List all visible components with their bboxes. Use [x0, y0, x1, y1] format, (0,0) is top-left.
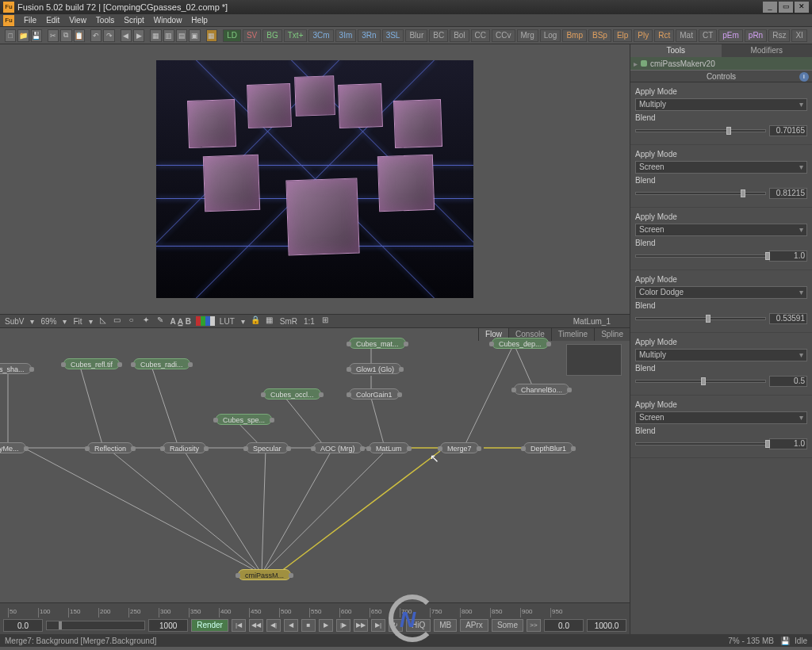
- blend-value[interactable]: 0.5: [769, 376, 807, 387]
- blend-slider[interactable]: [635, 317, 766, 320]
- blend-value[interactable]: 0.53591: [769, 313, 807, 324]
- node-yme[interactable]: yMe...: [0, 442, 26, 453]
- tool-xi[interactable]: XI: [791, 29, 806, 42]
- checker-icon[interactable]: ▦: [264, 315, 275, 327]
- tool-bsp[interactable]: BSp: [588, 29, 611, 42]
- tool-3rn[interactable]: 3Rn: [358, 29, 380, 42]
- menu-view[interactable]: View: [64, 16, 91, 25]
- apply-mode-dropdown[interactable]: Color Dodge▾: [635, 286, 807, 299]
- node-occl-loader[interactable]: Cubes_occl...: [263, 388, 321, 400]
- apply-mode-dropdown[interactable]: Screen▾: [635, 161, 807, 174]
- time-ruler[interactable]: 5010015020025030035040045050055060065070…: [0, 603, 630, 618]
- close-button[interactable]: ✕: [795, 2, 809, 13]
- tool-log[interactable]: Log: [540, 29, 561, 42]
- tool-bc[interactable]: BC: [429, 29, 448, 42]
- range-end2-input[interactable]: [587, 619, 626, 632]
- menu-help[interactable]: Help: [186, 16, 213, 25]
- blend-value[interactable]: 1.0: [769, 438, 807, 449]
- tool-ld[interactable]: LD: [223, 29, 241, 42]
- layout1-button[interactable]: ▦: [150, 29, 161, 42]
- copy-button[interactable]: ⧉: [60, 29, 71, 42]
- paint-icon[interactable]: ✎: [155, 315, 166, 327]
- tab-timeline[interactable]: Timeline: [551, 328, 594, 341]
- tool-txt+[interactable]: Txt+: [284, 29, 308, 42]
- last-frame-button[interactable]: ▶|: [371, 619, 385, 632]
- node-merge7[interactable]: Merge7: [440, 442, 479, 453]
- tool-cc[interactable]: CC: [471, 29, 490, 42]
- inspector-node-header[interactable]: ▸ cmiPassMakerv20: [630, 57, 812, 70]
- node-passmaker[interactable]: cmiPassM...: [238, 569, 291, 580]
- new-button[interactable]: □: [5, 29, 16, 42]
- blend-value[interactable]: 0.81215: [769, 188, 807, 199]
- tool-bmp[interactable]: Bmp: [562, 29, 587, 42]
- next-frame-button[interactable]: |▶: [336, 619, 350, 632]
- play-button[interactable]: ▶: [319, 619, 333, 632]
- stop-button[interactable]: ■: [301, 619, 316, 632]
- ratio-button[interactable]: 1:1: [302, 317, 316, 326]
- tool-3cm[interactable]: 3Cm: [308, 29, 333, 42]
- undo-button[interactable]: ↶: [90, 29, 102, 42]
- apply-mode-dropdown[interactable]: Screen▾: [635, 224, 807, 236]
- tool-sv[interactable]: SV: [243, 29, 261, 42]
- tool-ccv[interactable]: CCv: [492, 29, 515, 42]
- tool-blur[interactable]: Blur: [405, 29, 427, 42]
- node-channelbool[interactable]: ChannelBo...: [514, 384, 569, 395]
- tool-prn[interactable]: pRn: [745, 29, 767, 42]
- menu-window[interactable]: Window: [149, 16, 187, 25]
- wand-icon[interactable]: ✦: [140, 315, 151, 327]
- first-frame-button[interactable]: |◀: [232, 619, 246, 632]
- apply-mode-dropdown[interactable]: Multiply▾: [635, 98, 807, 111]
- layout2-button[interactable]: ▥: [163, 29, 174, 42]
- tool-3sl[interactable]: 3SL: [382, 29, 404, 42]
- time-slider[interactable]: [46, 621, 145, 630]
- prev-key-button[interactable]: ◀◀: [249, 619, 263, 632]
- minimize-button[interactable]: _: [763, 2, 777, 13]
- tool-bol[interactable]: Bol: [450, 29, 469, 42]
- tool-ply[interactable]: Ply: [634, 29, 653, 42]
- tool-elp[interactable]: Elp: [613, 29, 632, 42]
- node-dep-loader[interactable]: Cubes_dep...: [492, 338, 549, 349]
- apply-mode-dropdown[interactable]: Multiply▾: [635, 349, 807, 361]
- node-matlum[interactable]: MatLum: [369, 442, 409, 453]
- blend-value[interactable]: 0.70165: [769, 125, 807, 136]
- node-depthblur[interactable]: DepthBlur1: [523, 442, 573, 453]
- some-button[interactable]: Some: [492, 619, 523, 632]
- node-shadow[interactable]: s_sha...: [0, 363, 32, 374]
- blend-slider[interactable]: [635, 129, 766, 132]
- node-reflection[interactable]: Reflection: [87, 442, 133, 453]
- tool-ct[interactable]: CT: [699, 29, 717, 42]
- flow-view[interactable]: Flow Console Timeline Spline: [0, 328, 630, 602]
- channel-colors[interactable]: [196, 316, 215, 326]
- tool-rsz[interactable]: Rsz: [768, 29, 790, 42]
- play-back-button[interactable]: ◀: [284, 619, 298, 632]
- rect-icon[interactable]: ▭: [112, 315, 123, 327]
- menu-edit[interactable]: Edit: [41, 16, 64, 25]
- range-start-input[interactable]: [3, 619, 43, 632]
- tool-mrg[interactable]: Mrg: [517, 29, 538, 42]
- next-button[interactable]: ▶: [133, 29, 144, 42]
- prev-frame-button[interactable]: ◀|: [266, 619, 281, 632]
- smr-button[interactable]: SmR: [278, 317, 299, 326]
- aprx-button[interactable]: APrx: [460, 619, 488, 632]
- apply-mode-dropdown[interactable]: Screen▾: [635, 411, 807, 424]
- next-key-button[interactable]: ▶▶: [354, 619, 368, 632]
- tool-3im[interactable]: 3Im: [335, 29, 357, 42]
- tool-rct[interactable]: Rct: [654, 29, 674, 42]
- circle-icon[interactable]: ○: [126, 315, 137, 327]
- viewer[interactable]: [0, 44, 630, 314]
- menu-script[interactable]: Script: [119, 16, 149, 25]
- node-refl-loader[interactable]: Cubes_refl.tif: [63, 358, 120, 369]
- menu-file[interactable]: File: [19, 16, 41, 25]
- lut-button[interactable]: LUT: [218, 317, 236, 326]
- node-radi-loader[interactable]: Cubes_radi...: [133, 358, 190, 369]
- range-end-input[interactable]: [148, 619, 188, 632]
- poly-icon[interactable]: ◺: [98, 315, 109, 327]
- node-spec-loader[interactable]: Cubes_spe...: [216, 414, 272, 425]
- blend-slider[interactable]: [635, 380, 766, 383]
- prev-button[interactable]: ◀: [121, 29, 132, 42]
- subview-label[interactable]: SubV: [3, 317, 25, 326]
- blend-slider[interactable]: [635, 192, 766, 195]
- node-specular[interactable]: Specular: [246, 442, 289, 453]
- flow-navigator[interactable]: [566, 344, 622, 376]
- blend-slider[interactable]: [635, 442, 766, 445]
